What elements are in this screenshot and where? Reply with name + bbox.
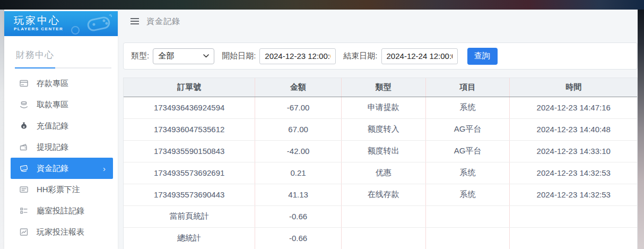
sidebar: 玩家中心 PLAYERS CENTER 財務中心 存款專區 (4, 10, 118, 249)
brand-header: 玩家中心 PLAYERS CENTER (4, 11, 118, 36)
sidebar-item-label: 取款專區 (37, 100, 68, 110)
cell-item: 系统 (425, 162, 510, 184)
table-row: 1734935573690443 41.13 在线存款 系统 2024-12-2… (124, 184, 637, 205)
start-date-label: 開始日期: (222, 51, 256, 61)
cell-item (425, 205, 510, 227)
sidebar-item-hh-lottery-bets[interactable]: HH彩票下注 (11, 179, 113, 200)
desktop-background-top (0, 0, 644, 10)
sidebar-item-funds-records[interactable]: 資金記錄 › (11, 158, 113, 179)
desktop-background-left (0, 10, 4, 249)
bubble-decoration (71, 26, 80, 35)
wallet-icon (19, 142, 29, 152)
lottery-list-icon (19, 185, 29, 194)
cell-time: 2024-12-23 14:33:10 (510, 140, 637, 162)
type-label: 類型: (131, 51, 149, 61)
sidebar-item-label: 存款專區 (37, 79, 68, 89)
table-row: 1734935590150843 -42.00 额度转出 AG平台 2024-1… (124, 140, 637, 162)
cell-item: 系统 (425, 184, 510, 205)
table-summary-row-page: 當前頁統計 -0.66 (124, 205, 637, 227)
moneybag-icon (19, 121, 29, 131)
cell-amount: 67.00 (255, 118, 342, 140)
cell-time (510, 205, 637, 227)
column-header-type: 類型 (341, 78, 425, 97)
type-select[interactable]: 全部 (153, 48, 214, 64)
sidebar-item-room-bet-records[interactable]: 廳室投註記錄 (11, 200, 113, 221)
chevron-right-icon: › (103, 164, 113, 173)
filter-panel: 類型: 全部 開始日期: 結束日期: 查詢 (123, 42, 638, 70)
table-row: 1734936436924594 -67.00 申请提款 系统 2024-12-… (124, 97, 637, 118)
withdraw-hand-icon (19, 100, 29, 109)
end-date-label: 結束日期: (343, 51, 377, 61)
cell-time: 2024-12-23 14:40:48 (510, 118, 637, 140)
funds-ticket-icon (19, 164, 29, 173)
cell-item: 系统 (425, 97, 510, 118)
deposit-card-icon (19, 79, 29, 88)
section-title-finance: 財務中心 (4, 36, 118, 67)
cell-type: 在线存款 (341, 184, 425, 205)
cell-amount: -0.66 (255, 227, 342, 249)
report-chart-icon (19, 227, 29, 237)
cell-order-no: 1734935573692691 (124, 162, 255, 184)
cell-amount: -42.00 (255, 140, 342, 162)
cell-item: AG平台 (425, 140, 510, 162)
cell-order-no: 1734935590150843 (124, 140, 255, 162)
cell-type: 优惠 (341, 162, 425, 184)
section-divider (15, 67, 111, 68)
chevron-down-icon (203, 54, 209, 58)
sidebar-item-label: 廳室投註記錄 (37, 206, 84, 216)
type-select-value: 全部 (158, 51, 174, 61)
table-row: 1734936047535612 67.00 额度转入 AG平台 2024-12… (124, 118, 637, 140)
sidebar-item-player-bet-report[interactable]: 玩家投注報表 (11, 221, 113, 243)
cell-time (510, 227, 637, 249)
funds-records-table-panel: 訂單號 金額 類型 項目 時間 1734936436924594 -67.00 … (123, 78, 638, 249)
cell-amount: 41.13 (255, 184, 342, 205)
cell-amount: 0.21 (255, 162, 342, 184)
desktop-background-right (638, 10, 644, 249)
table-header-row: 訂單號 金額 類型 項目 時間 (124, 78, 637, 97)
sidebar-item-withdraw-zone[interactable]: 取款專區 (11, 94, 113, 115)
hamburger-icon[interactable] (128, 16, 141, 27)
room-bet-list-icon (19, 206, 29, 216)
breadcrumb: 資金記錄 (146, 16, 180, 27)
cell-order-no: 1734936436924594 (124, 97, 255, 118)
table-row: 1734935573692691 0.21 优惠 系统 2024-12-23 1… (124, 162, 637, 184)
sidebar-item-deposit-zone[interactable]: 存款專區 (11, 73, 113, 94)
topbar: 資金記錄 (123, 10, 638, 33)
sidebar-item-label: 玩家投注報表 (37, 227, 84, 237)
cell-type: 申请提款 (341, 97, 425, 118)
cell-order-no: 1734935573690443 (124, 184, 255, 205)
column-header-time: 時間 (510, 78, 637, 97)
cell-amount: -0.66 (255, 205, 342, 227)
cell-item (425, 227, 510, 249)
end-date-input[interactable] (381, 48, 458, 64)
column-header-amount: 金額 (255, 78, 342, 97)
cell-summary-label: 總統計 (124, 227, 255, 249)
sidebar-item-label: 充值記錄 (37, 121, 68, 131)
gamepad-icon (85, 13, 112, 32)
sidebar-item-label: 資金記錄 (37, 164, 68, 174)
cell-type (341, 205, 425, 227)
sidebar-item-recharge-records[interactable]: 充值記錄 (11, 115, 113, 136)
table-summary-row-total: 總統計 -0.66 (124, 227, 637, 249)
sidebar-item-withdrawal-records[interactable]: 提現記錄 (11, 136, 113, 158)
sidebar-item-label: HH彩票下注 (37, 185, 80, 195)
sidebar-item-label: 提現記錄 (37, 142, 68, 152)
cell-summary-label: 當前頁統計 (124, 205, 255, 227)
cell-type: 额度转入 (341, 118, 425, 140)
cell-amount: -67.00 (255, 97, 342, 118)
section-title-personal: 個人中心 (4, 243, 118, 249)
column-header-item: 項目 (425, 78, 510, 97)
start-date-input[interactable] (259, 48, 336, 64)
column-header-order-no: 訂單號 (124, 78, 255, 97)
cell-time: 2024-12-23 14:32:53 (510, 184, 637, 205)
cell-type (341, 227, 425, 249)
cell-time: 2024-12-23 14:32:53 (510, 162, 637, 184)
cell-item: AG平台 (425, 118, 510, 140)
cell-time: 2024-12-23 14:47:16 (510, 97, 637, 118)
search-button[interactable]: 查詢 (467, 48, 498, 65)
cell-order-no: 1734936047535612 (124, 118, 255, 140)
funds-records-table: 訂單號 金額 類型 項目 時間 1734936436924594 -67.00 … (124, 78, 637, 249)
cell-type: 额度转出 (341, 140, 425, 162)
